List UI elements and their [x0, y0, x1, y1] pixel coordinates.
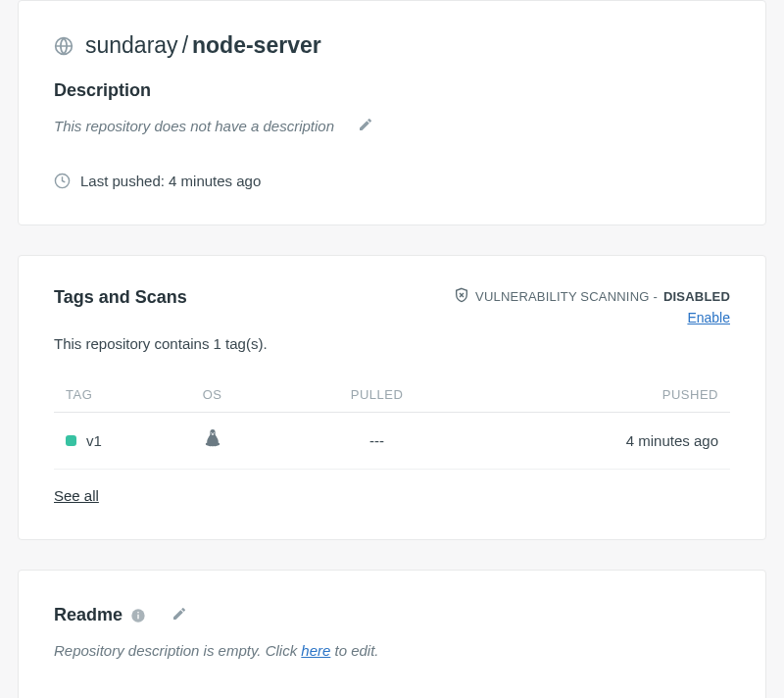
- cell-tag: v1: [54, 413, 191, 470]
- repo-owner[interactable]: sundaray: [85, 32, 178, 58]
- readme-title: Readme: [54, 605, 122, 625]
- repo-path: sundaray/node-server: [85, 32, 321, 59]
- edit-description-button[interactable]: [354, 113, 377, 139]
- repo-name[interactable]: node-server: [192, 32, 321, 58]
- description-placeholder: This repository does not have a descript…: [54, 118, 334, 134]
- tags-card: Tags and Scans VULNERABILITY SCANNING - …: [18, 255, 766, 540]
- readme-header: Readme: [54, 602, 730, 628]
- readme-card: Readme Repository description is empty. …: [18, 570, 766, 698]
- col-pushed: PUSHED: [465, 377, 730, 413]
- vulnerability-block: VULNERABILITY SCANNING - DISABLED Enable: [454, 287, 730, 325]
- enable-scanning-link[interactable]: Enable: [687, 310, 730, 325]
- readme-empty-text: Repository description is empty. Click h…: [54, 642, 730, 659]
- tag-status-dot: [66, 435, 76, 446]
- vulnerability-status-line: VULNERABILITY SCANNING - DISABLED: [454, 287, 730, 306]
- tags-table: TAG OS PULLED PUSHED v1: [54, 377, 730, 470]
- description-heading: Description: [54, 80, 730, 101]
- globe-icon: [54, 36, 74, 56]
- col-tag: TAG: [54, 377, 191, 413]
- linux-icon: [203, 428, 222, 450]
- description-row: This repository does not have a descript…: [54, 113, 730, 139]
- readme-here-link[interactable]: here: [301, 642, 330, 659]
- readme-empty-suffix: to edit.: [330, 642, 378, 659]
- readme-empty-prefix: Repository description is empty. Click: [54, 642, 301, 659]
- tags-header: Tags and Scans VULNERABILITY SCANNING - …: [54, 287, 730, 325]
- info-icon[interactable]: [130, 608, 146, 623]
- repo-header-card: sundaray/node-server Description This re…: [18, 0, 766, 225]
- cell-os: [191, 413, 290, 470]
- see-all-link[interactable]: See all: [54, 487, 99, 504]
- path-slash: /: [182, 32, 188, 58]
- vulnerability-label: VULNERABILITY SCANNING -: [475, 289, 658, 304]
- last-pushed-row: Last pushed: 4 minutes ago: [54, 173, 730, 189]
- shield-icon: [454, 287, 469, 306]
- tags-title: Tags and Scans: [54, 287, 187, 308]
- clock-icon: [54, 173, 71, 189]
- vulnerability-status: DISABLED: [663, 289, 730, 304]
- tags-count: This repository contains 1 tag(s).: [54, 335, 730, 352]
- svg-rect-4: [137, 612, 138, 613]
- pencil-icon: [172, 606, 187, 624]
- svg-rect-3: [137, 614, 138, 619]
- last-pushed-label: Last pushed: 4 minutes ago: [80, 173, 261, 189]
- repo-title-row: sundaray/node-server: [54, 32, 730, 59]
- table-row[interactable]: v1 --- 4 minutes ago: [54, 413, 730, 470]
- pencil-icon: [358, 117, 373, 135]
- table-header-row: TAG OS PULLED PUSHED: [54, 377, 730, 413]
- col-pulled: PULLED: [290, 377, 465, 413]
- tag-name: v1: [86, 432, 102, 449]
- cell-pushed: 4 minutes ago: [465, 413, 730, 470]
- col-os: OS: [191, 377, 290, 413]
- edit-readme-button[interactable]: [168, 602, 191, 628]
- cell-pulled: ---: [290, 413, 465, 470]
